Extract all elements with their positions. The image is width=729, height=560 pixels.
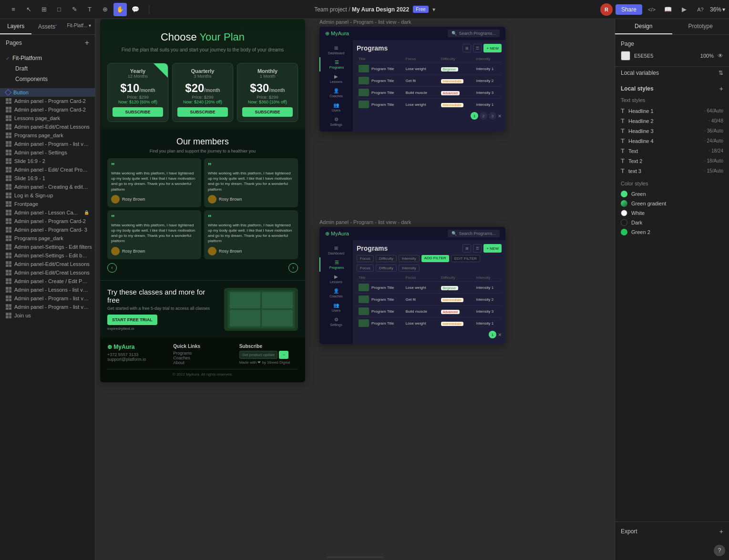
text-style-text2[interactable]: T Text 2 · 18/Auto <box>621 156 723 166</box>
close-panel-button-b[interactable]: ✕ <box>498 332 502 337</box>
layer-settings-edit-filters[interactable]: Admin panel-Settings - Edit filters <box>0 243 95 251</box>
page-3-button[interactable]: 3 <box>489 112 496 120</box>
page-1-button[interactable]: 1 <box>471 112 478 120</box>
add-export-button[interactable]: + <box>719 528 723 535</box>
dropdown-arrow-icon[interactable]: ▾ <box>432 6 435 13</box>
page-item-draft[interactable]: Draft <box>0 63 95 74</box>
layer-edit-creat-programa[interactable]: Admin panel - Edit/ Creat Progra... <box>0 165 95 174</box>
text-tool[interactable]: T <box>83 3 96 16</box>
layer-edit-creat-lessons-2[interactable]: Admin panel-Edit/Creat Lessons <box>0 268 95 277</box>
layer-program-card-2-3[interactable]: Admin panel - Program Card-2 <box>0 217 95 225</box>
layer-lessons-page-dark[interactable]: Lessons page_dark <box>0 114 95 122</box>
layer-program-card-3[interactable]: Admin panel - Program Card- 3 <box>0 225 95 234</box>
nav-dashboard-b[interactable]: ⊞ Dashboard <box>319 243 353 257</box>
layer-button[interactable]: Button <box>0 88 95 97</box>
color-style-white[interactable]: White <box>621 208 723 218</box>
layer-create-edit-progra[interactable]: Admin panel - Create / Edit Progra... <box>0 277 95 285</box>
help-button[interactable]: ? <box>714 545 725 556</box>
page-2-button[interactable]: 2 <box>480 112 487 120</box>
horizontal-scrollbar[interactable] <box>327 556 384 558</box>
pen-tool[interactable]: ✎ <box>68 3 81 16</box>
layer-creating-editing[interactable]: Admin panel - Creating & editing P... <box>0 183 95 191</box>
menu-tool[interactable]: ≡ <box>7 3 20 16</box>
page-item-fit-platform[interactable]: ✓ Fit-Platform <box>0 53 95 63</box>
frame-tool[interactable]: ⊞ <box>37 3 51 16</box>
text-style-headline2[interactable]: T Headline 2 · 40/48 <box>621 116 723 126</box>
subscribe-button[interactable]: → <box>279 351 288 359</box>
tab-layers[interactable]: Layers <box>0 19 31 34</box>
nav-coaches[interactable]: 👤 Coaches <box>319 86 353 100</box>
share-button[interactable]: Share <box>616 4 642 15</box>
layer-frontpage[interactable]: Frontpage <box>0 200 95 208</box>
text-style-text[interactable]: T Text · 18/24 <box>621 146 723 156</box>
add-program-button-b[interactable]: + NEW <box>483 244 502 253</box>
layer-programs-dark-2[interactable]: Programs page_dark <box>0 234 95 243</box>
layer-login-signup[interactable]: Log in & Sign-up <box>0 191 95 200</box>
nav-settings[interactable]: ⚙ Settings <box>319 114 353 129</box>
sort-icon[interactable]: ⇅ <box>719 70 723 76</box>
layer-lessons-list-view[interactable]: Admin panel - Lessons - list view ... <box>0 285 95 294</box>
layer-program-card-2-2[interactable]: Admin panel - Program Card-2 <box>0 105 95 114</box>
layer-settings[interactable]: Admin panel - Settings <box>0 148 95 157</box>
nav-dashboard[interactable]: ⊞ Dashboard <box>319 43 353 57</box>
add-program-button[interactable]: + NEW <box>483 44 502 52</box>
filter-chip-focus[interactable]: Focus <box>357 255 374 262</box>
text-style-headline4[interactable]: T Headline 4 · 24/Auto <box>621 136 723 146</box>
layer-lesson-ca[interactable]: Admin panel - Lesson Ca... 🔒 <box>0 208 95 217</box>
subscribe-monthly-button[interactable]: SUBSCRIBE <box>242 107 293 117</box>
nav-programs[interactable]: ☰ Programs <box>319 57 353 71</box>
page-color-swatch[interactable] <box>621 51 630 61</box>
nav-lessons[interactable]: ▶ Lessons <box>319 71 353 86</box>
subscribe-quarterly-button[interactable]: SUBSCRIBE <box>177 107 228 117</box>
layer-slide-2[interactable]: Slide 16:9 - 2 <box>0 157 95 165</box>
page-item-components[interactable]: Components <box>0 74 95 84</box>
layer-program-list-view-3[interactable]: Admin panel - Program - list view ... <box>0 303 95 311</box>
view-grid-button-b[interactable]: ⊞ <box>462 244 471 253</box>
layer-edit-create-lessons[interactable]: Admin panel-Edit/Creat Lessons <box>0 122 95 131</box>
comment-tool[interactable]: 💬 <box>129 3 142 16</box>
layer-edit-creat-lessons-1[interactable]: Admin panel-Edit/Creat Lessons <box>0 260 95 268</box>
color-style-dark[interactable]: Dark <box>621 218 723 227</box>
layer-settings-edit-bann[interactable]: Admin panel-Settings - Edit bann... <box>0 251 95 260</box>
layer-program-list-view[interactable]: Admin panel - Program - list view ... <box>0 140 95 148</box>
text-style-headline1[interactable]: T Headline 1 · 64/Auto <box>621 106 723 116</box>
user-avatar[interactable]: R <box>600 3 613 16</box>
nav-programs-b[interactable]: ☰ Programs <box>319 257 353 272</box>
layer-program-list-view-2[interactable]: Admin panel - Program - list view ... <box>0 294 95 303</box>
page-1-button-b[interactable]: 1 <box>489 331 496 338</box>
add-page-button[interactable]: + <box>85 39 89 47</box>
view-list-button[interactable]: ☰ <box>473 44 482 52</box>
nav-users[interactable]: 👥 Users <box>319 100 353 114</box>
color-style-green-gradient[interactable]: Green gradient <box>621 199 723 208</box>
layer-join-us[interactable]: Join us <box>0 311 95 320</box>
add-style-button[interactable]: + <box>719 85 723 92</box>
book-icon[interactable]: 📖 <box>661 3 675 16</box>
filter-chip-difficulty[interactable]: Difficulty <box>376 255 397 262</box>
view-list-button-b[interactable]: ☰ <box>473 244 482 253</box>
view-grid-button[interactable]: ⊞ <box>462 44 471 52</box>
edit-filter-button[interactable]: EDIT FILTER <box>451 255 480 262</box>
code-view-button[interactable]: </> <box>645 3 658 16</box>
hand-tool[interactable]: ✋ <box>113 3 127 16</box>
tab-prototype[interactable]: Prototype <box>672 19 729 34</box>
subscribe-yearly-button[interactable]: SUBSCRIBE <box>113 107 163 117</box>
tab-assets[interactable]: Assets• <box>31 19 63 34</box>
tab-fit-platform[interactable]: Fit-Platf... ▾ <box>63 19 95 34</box>
help-icon[interactable]: A? <box>694 3 707 16</box>
nav-lessons-b[interactable]: ▶ Lessons <box>319 272 353 286</box>
color-style-green2[interactable]: Green 2 <box>621 227 723 237</box>
color-style-green[interactable]: Green <box>621 189 723 199</box>
layer-program-card-2-1[interactable]: Admin panel - Program Card-2 <box>0 97 95 105</box>
nav-settings-b[interactable]: ⚙ Settings <box>319 315 353 329</box>
layer-programs-dark[interactable]: Programs page_dark <box>0 131 95 140</box>
start-free-trial-button[interactable]: START FREE TRIAL <box>107 315 157 325</box>
tab-design[interactable]: Design <box>615 19 672 34</box>
text-style-text3[interactable]: T text 3 · 15/Auto <box>621 166 723 176</box>
layer-slide-1[interactable]: Slide 16:9 - 1 <box>0 174 95 183</box>
text-style-headline3[interactable]: T Headline 3 · 36/Auto <box>621 126 723 136</box>
component-tool[interactable]: ⊕ <box>98 3 112 16</box>
visibility-toggle-icon[interactable]: 👁 <box>718 52 723 59</box>
next-arrow-button[interactable]: › <box>288 263 298 273</box>
zoom-control[interactable]: 36%▾ <box>710 6 725 13</box>
subscribe-email-input[interactable] <box>239 351 277 359</box>
